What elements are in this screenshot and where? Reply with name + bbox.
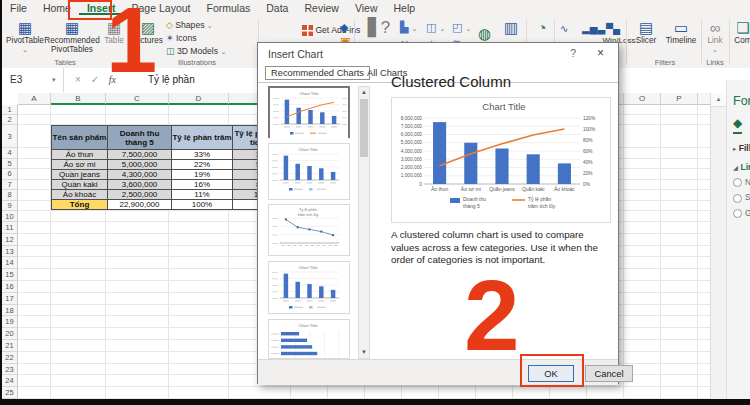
tab-help[interactable]: Help bbox=[385, 0, 423, 15]
radio-icon[interactable] bbox=[733, 209, 742, 218]
column-header-D[interactable]: D bbox=[169, 93, 229, 105]
row-header-6[interactable]: 6 bbox=[2, 169, 18, 180]
table-cell[interactable]: 11% bbox=[172, 190, 233, 200]
sparkline-winloss-icon[interactable]: ▀▄ bbox=[606, 23, 620, 34]
tab-review[interactable]: Review bbox=[296, 0, 346, 15]
thumbnail-scrollbar[interactable]: ▲ ▼ bbox=[358, 86, 370, 359]
cancel-button[interactable]: Cancel bbox=[585, 365, 633, 382]
get-add-ins-button[interactable]: Get Add-ins bbox=[302, 25, 360, 36]
sparkline-column-icon[interactable]: ▂▅▃ bbox=[582, 23, 605, 34]
3d-map-button[interactable]: ◔ bbox=[530, 19, 554, 36]
column-header-B[interactable]: B bbox=[51, 93, 106, 105]
tab-formulas[interactable]: Formulas bbox=[199, 0, 259, 15]
table-cell[interactable]: Áo sơ mi bbox=[52, 160, 108, 170]
radio-icon[interactable] bbox=[733, 178, 742, 187]
paint-bucket-icon[interactable]: ◆ bbox=[733, 116, 742, 134]
chart-thumbnail-line[interactable]: Tỷ lệ phần trăm tích lũy bbox=[268, 204, 350, 256]
insert-hierarchy-chart-icon[interactable]: ◫ ⌄ bbox=[426, 21, 445, 34]
name-box-dropdown-icon[interactable]: ▾ bbox=[52, 68, 56, 92]
row-header-12[interactable]: 12 bbox=[2, 234, 18, 246]
row-header-13[interactable]: 13 bbox=[2, 246, 18, 258]
chart-thumbnail-column[interactable]: Chart Title bbox=[268, 143, 350, 200]
column-header-P[interactable]: P bbox=[661, 93, 698, 105]
cancel-entry-icon[interactable]: × bbox=[75, 74, 81, 85]
recommended-pivottables-button[interactable]: ▦Recommended PivotTables bbox=[44, 19, 100, 54]
table-cell[interactable]: Tổng bbox=[52, 200, 108, 210]
timeline-button[interactable]: ▭Timeline bbox=[662, 19, 700, 45]
table-cell[interactable]: 100% bbox=[172, 200, 233, 210]
radio-icon[interactable] bbox=[733, 194, 742, 203]
line-option-1[interactable]: No bbox=[733, 178, 750, 187]
table-cell[interactable]: Quần kaki bbox=[52, 180, 108, 190]
column-header-O[interactable]: O bbox=[624, 93, 661, 105]
table-cell[interactable]: 5,000,000 bbox=[108, 160, 172, 170]
table-cell[interactable]: 19% bbox=[172, 170, 233, 180]
table-cell[interactable]: Áo khoác bbox=[52, 190, 108, 200]
row-header-17[interactable]: 17 bbox=[2, 293, 18, 305]
column-header-C[interactable]: C bbox=[106, 93, 169, 105]
link-button[interactable]: ∞Link⌄ bbox=[703, 19, 727, 54]
chart-thumbnail-column[interactable]: Chart Title bbox=[268, 261, 350, 314]
row-header-21[interactable]: 21 bbox=[2, 340, 18, 352]
line-section[interactable]: ◢ Line bbox=[733, 162, 750, 172]
row-header-11[interactable]: 11 bbox=[2, 222, 18, 234]
chart-thumbnail-list[interactable]: Chart TitleChart TitleTỷ lệ phần trăm tí… bbox=[266, 86, 356, 359]
line-option-3[interactable]: Gr bbox=[733, 209, 750, 218]
row-header-10[interactable]: 10 bbox=[2, 211, 18, 222]
shapes-button[interactable]: ◇ Shapes ⌄ bbox=[166, 20, 213, 30]
row-header-25[interactable]: 25 bbox=[2, 387, 18, 399]
tab-file[interactable]: File bbox=[2, 0, 35, 15]
table-cell[interactable]: 2,500,000 bbox=[108, 190, 172, 200]
row-header-1[interactable]: 1 bbox=[2, 105, 18, 115]
row-header-8[interactable]: 8 bbox=[2, 190, 18, 201]
row-header-3[interactable]: 3 bbox=[2, 125, 18, 148]
row-header-16[interactable]: 16 bbox=[2, 281, 18, 293]
tab-view[interactable]: View bbox=[347, 0, 386, 15]
pivottable-button[interactable]: ▦PivotTable⌄ bbox=[6, 19, 44, 54]
column-header-Q[interactable]: Q bbox=[698, 93, 710, 105]
table-cell[interactable]: 3,600,000 bbox=[108, 180, 172, 190]
fill-section[interactable]: ▸ Fill bbox=[733, 143, 750, 153]
comment-button[interactable]: ❏Com bbox=[731, 19, 750, 45]
row-header-4[interactable]: 4 bbox=[2, 148, 18, 159]
table-cell[interactable]: 7,500,000 bbox=[108, 150, 172, 160]
table-cell[interactable]: Quần jeans bbox=[52, 170, 108, 180]
row-header-2[interactable]: 2 bbox=[2, 115, 18, 125]
enter-entry-icon[interactable]: ✓ bbox=[91, 74, 99, 85]
table-header-cell[interactable]: Tên sản phẩm bbox=[52, 126, 108, 150]
dialog-close-icon[interactable]: × bbox=[597, 46, 604, 60]
sparkline-line-icon[interactable]: ∿ bbox=[560, 23, 568, 34]
row-header-20[interactable]: 20 bbox=[2, 328, 18, 340]
table-header-cell[interactable]: Doanh thu tháng 5 bbox=[108, 126, 172, 150]
scrollbar-thumb[interactable] bbox=[360, 99, 368, 157]
row-header-18[interactable]: 18 bbox=[2, 305, 18, 317]
table-cell[interactable]: 16% bbox=[172, 180, 233, 190]
row-header-9[interactable]: 9 bbox=[2, 201, 18, 212]
line-option-2[interactable]: So bbox=[733, 193, 750, 202]
slicer-button[interactable]: ▤Slicer bbox=[630, 19, 662, 45]
table-cell[interactable]: 22% bbox=[172, 160, 233, 170]
row-header-5[interactable]: 5 bbox=[2, 159, 18, 170]
pivotchart-button[interactable]: ▥ bbox=[498, 19, 524, 36]
chart-thumbnail-combo[interactable]: Chart Title bbox=[268, 86, 350, 138]
tab-data[interactable]: Data bbox=[258, 0, 296, 15]
dialog-help-icon[interactable]: ? bbox=[570, 47, 576, 59]
insert-column-chart-icon[interactable]: ▙ ⌄ bbox=[400, 21, 417, 34]
table-cell[interactable]: Áo thun bbox=[52, 150, 108, 160]
row-header-24[interactable]: 24 bbox=[2, 375, 18, 387]
row-header-19[interactable]: 19 bbox=[2, 316, 18, 328]
insert-waterfall-chart-icon[interactable]: ◰ ⌄ bbox=[452, 21, 471, 34]
row-header-22[interactable]: 22 bbox=[2, 352, 18, 364]
scroll-up-icon[interactable]: ▲ bbox=[711, 93, 726, 107]
maps-icon[interactable]: ◍ bbox=[478, 25, 491, 43]
row-header-7[interactable]: 7 bbox=[2, 180, 18, 191]
column-header-A[interactable]: A bbox=[18, 93, 51, 105]
table-header-cell[interactable]: Tỷ lệ phần trăm bbox=[172, 126, 233, 150]
my-add-ins-icon[interactable]: ◆ bbox=[340, 21, 348, 34]
recommended-charts-button[interactable]: ▋? bbox=[364, 19, 394, 36]
row-header-23[interactable]: 23 bbox=[2, 364, 18, 376]
table-cell[interactable]: 4,300,000 bbox=[108, 170, 172, 180]
table-cell[interactable]: 33% bbox=[172, 150, 233, 160]
icons-button[interactable]: ✶ Icons bbox=[166, 33, 196, 43]
row-header-15[interactable]: 15 bbox=[2, 269, 18, 281]
